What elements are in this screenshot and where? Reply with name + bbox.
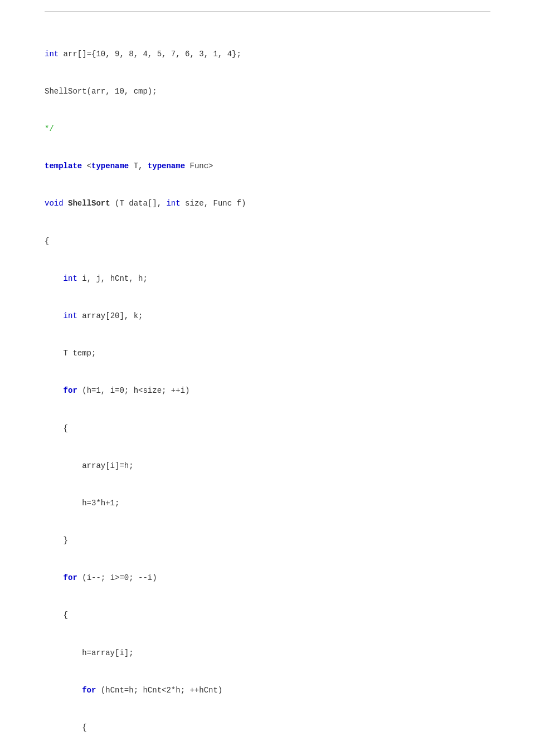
top-divider xyxy=(45,11,490,12)
code-line: int arr[]={10, 9, 8, 4, 5, 7, 6, 3, 1, 4… xyxy=(45,48,490,60)
code-line: } xyxy=(45,534,490,547)
code-line: { xyxy=(45,422,490,435)
code-block-shellsort: int arr[]={10, 9, 8, 4, 5, 7, 6, 3, 1, 4… xyxy=(45,23,490,756)
code-line: for (i--; i>=0; --i) xyxy=(45,572,490,584)
code-line: for (hCnt=h; hCnt<2*h; ++hCnt) xyxy=(45,684,490,696)
code-line: T temp; xyxy=(45,347,490,359)
code-line: for (h=1, i=0; h<size; ++i) xyxy=(45,384,490,397)
code-line: h=array[i]; xyxy=(45,647,490,659)
code-line: ShellSort(arr, 10, cmp); xyxy=(45,85,490,97)
code-line: { xyxy=(45,235,490,247)
code-line: */ xyxy=(45,123,490,135)
code-line: array[i]=h; xyxy=(45,460,490,472)
code-line: int i, j, hCnt, h; xyxy=(45,272,490,285)
code-line: int array[20], k; xyxy=(45,310,490,322)
code-line: h=3*h+1; xyxy=(45,497,490,509)
code-line: void ShellSort (T data[], int size, Func… xyxy=(45,197,490,209)
code-line: { xyxy=(45,609,490,621)
code-line: template <typename T, typename Func> xyxy=(45,160,490,172)
page-container: int arr[]={10, 9, 8, 4, 5, 7, 6, 3, 1, 4… xyxy=(0,0,535,756)
code-line: { xyxy=(45,721,490,734)
